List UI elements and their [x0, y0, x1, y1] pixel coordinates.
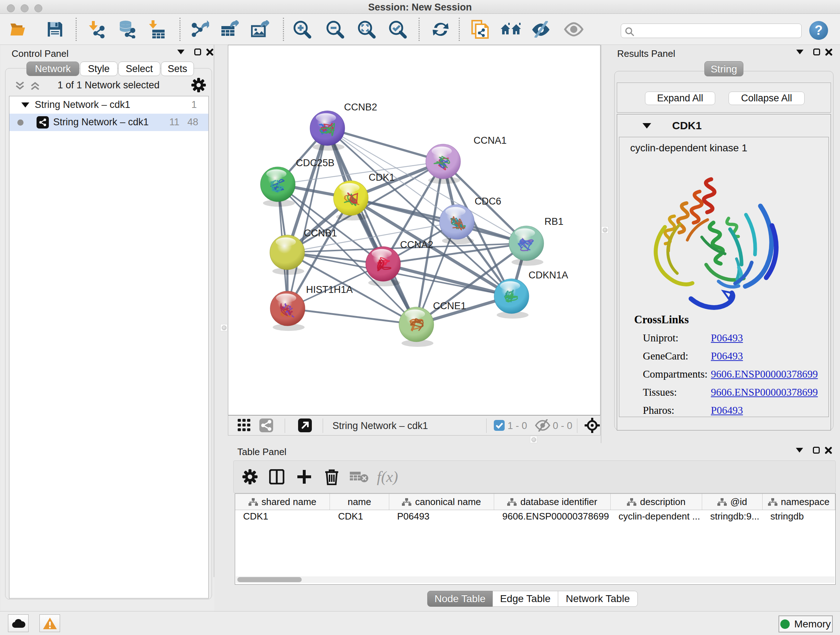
network-node-CDK1[interactable] [333, 181, 368, 220]
warning-status-button[interactable] [39, 614, 60, 632]
crosslink-link[interactable]: P06493 [711, 332, 743, 344]
zoom-in-icon[interactable] [292, 19, 312, 40]
tab-string[interactable]: String [704, 61, 744, 76]
network-node-CCNB1[interactable] [270, 235, 305, 275]
tab-style[interactable]: Style [80, 62, 118, 76]
vertical-splitter-right[interactable] [601, 226, 608, 233]
table-cell[interactable]: P06493 [389, 510, 494, 523]
import-table-icon[interactable] [147, 19, 167, 40]
node-table-row[interactable]: CDK1CDK1P064939606.ENSP00000378699cyclin… [235, 510, 835, 523]
tab-network[interactable]: Network [27, 62, 79, 76]
network-node-CCNE1[interactable] [399, 307, 434, 347]
zoom-out-icon[interactable] [325, 19, 345, 40]
hide-selected-icon[interactable] [531, 19, 551, 40]
import-database-icon[interactable] [117, 19, 137, 40]
gene-section-header[interactable]: CDK1 [617, 114, 831, 137]
horizontal-splitter[interactable] [530, 436, 537, 443]
window-title: Session: New Session [0, 0, 840, 14]
memory-button[interactable]: Memory [778, 616, 833, 632]
collapse-all-button[interactable]: Collapse All [729, 92, 805, 105]
network-view-canvas[interactable]: CCNB2CCNA1CDC25BCDK1CDC6RB1CCNB1CCNA2CDK… [228, 45, 600, 415]
tab-edge-table[interactable]: Edge Table [493, 591, 558, 607]
network-node-RB1[interactable] [509, 226, 544, 266]
column-header-name[interactable]: name [330, 494, 389, 510]
open-in-new-window-icon[interactable] [297, 417, 313, 433]
refresh-icon[interactable] [431, 19, 451, 40]
export-table-icon[interactable] [219, 19, 240, 40]
table-cell[interactable]: CDK1 [235, 510, 330, 523]
tab-network-table[interactable]: Network Table [558, 591, 638, 607]
float-panel-icon[interactable] [177, 50, 185, 55]
zoom-selected-icon[interactable] [387, 19, 408, 40]
network-edge-HIST1H1A-CCNE1[interactable] [287, 309, 416, 325]
float-panel-icon[interactable] [796, 448, 803, 453]
network-node-CDKN1A[interactable] [494, 279, 529, 318]
crosslink-link[interactable]: P06493 [711, 350, 743, 362]
add-column-icon[interactable] [297, 469, 312, 485]
maximize-panel-icon[interactable] [813, 447, 820, 454]
split-table-icon[interactable] [269, 469, 284, 485]
network-node-CCNA2[interactable] [366, 247, 401, 287]
maximize-panel-icon[interactable] [194, 49, 201, 55]
column-header-description[interactable]: description [611, 494, 703, 510]
vertical-splitter-left[interactable] [220, 324, 227, 331]
column-header-database-identifier[interactable]: database identifier [494, 494, 610, 510]
tab-select[interactable]: Select [118, 62, 160, 76]
home-layout-icon[interactable] [501, 19, 521, 40]
crosslink-link[interactable]: 9606.ENSP00000378699 [711, 386, 818, 398]
birds-eye-view-icon[interactable] [584, 417, 600, 433]
network-graph[interactable]: CCNB2CCNA1CDC25BCDK1CDC6RB1CCNB1CCNA2CDK… [228, 45, 600, 415]
column-header--id[interactable]: @id [702, 494, 762, 510]
network-row[interactable]: String Network – cdk1 11 48 [9, 114, 208, 131]
network-node-CDC25B[interactable] [261, 167, 295, 207]
export-image-icon[interactable] [250, 19, 270, 40]
delete-column-icon[interactable] [325, 469, 339, 485]
maximize-panel-icon[interactable] [813, 49, 820, 55]
grid-view-icon[interactable] [236, 417, 252, 433]
table-cell[interactable]: stringdb:9... [702, 510, 762, 523]
table-settings-gear-icon[interactable] [242, 469, 258, 485]
table-cell[interactable]: cyclin-dependent ... [611, 510, 703, 523]
search-input[interactable] [621, 24, 802, 38]
crosslink-link[interactable]: 9606.ENSP00000378699 [711, 368, 818, 380]
network-collection-row[interactable]: String Network – cdk1 1 [9, 96, 208, 114]
status-bar: Memory [0, 611, 840, 635]
gene-expander-icon[interactable] [643, 123, 651, 129]
expand-all-button[interactable]: Expand All [645, 92, 715, 105]
show-all-icon[interactable] [564, 19, 584, 40]
network-node-HIST1H1A[interactable] [270, 291, 305, 331]
network-badge-icon[interactable] [258, 417, 274, 433]
import-network-icon[interactable] [86, 19, 106, 40]
table-cell[interactable]: stringdb [762, 510, 835, 523]
network-node-label-CCNE1: CCNE1 [433, 301, 466, 311]
column-header-shared-name[interactable]: shared name [235, 494, 330, 510]
open-file-icon[interactable] [8, 19, 28, 40]
scrollbar-thumb[interactable] [237, 577, 302, 582]
close-panel-icon[interactable] [825, 447, 832, 454]
network-node-CCNB2[interactable] [310, 111, 345, 150]
close-panel-icon[interactable] [825, 49, 832, 56]
zoom-fit-icon[interactable] [356, 19, 377, 40]
tab-node-table[interactable]: Node Table [427, 591, 493, 607]
network-options-gear-icon[interactable] [191, 77, 207, 93]
table-cell[interactable]: 9606.ENSP00000378699 [494, 510, 610, 523]
column-header-namespace[interactable]: namespace [763, 494, 835, 510]
save-session-icon[interactable] [45, 19, 65, 40]
column-header-canonical-name[interactable]: canonical name [389, 494, 494, 510]
network-node-CCNA1[interactable] [426, 144, 461, 184]
paste-network-icon[interactable] [470, 19, 490, 40]
crosslink-link[interactable]: P06493 [711, 404, 743, 416]
float-panel-icon[interactable] [796, 50, 804, 55]
close-panel-icon[interactable] [206, 49, 213, 56]
help-button[interactable]: ? [809, 21, 828, 40]
table-horizontal-scrollbar[interactable] [236, 576, 835, 583]
column-label: name [347, 496, 371, 508]
cloud-status-button[interactable] [8, 614, 28, 632]
tab-sets[interactable]: Sets [161, 62, 194, 76]
network-node-CDC6[interactable] [439, 204, 474, 244]
selected-checkbox-icon[interactable] [493, 420, 505, 431]
network-edge-CCNB2-HIST1H1A[interactable] [287, 128, 327, 309]
table-cell[interactable]: CDK1 [330, 510, 389, 523]
export-network-icon[interactable] [190, 19, 210, 40]
collection-expander-icon[interactable] [21, 103, 29, 108]
